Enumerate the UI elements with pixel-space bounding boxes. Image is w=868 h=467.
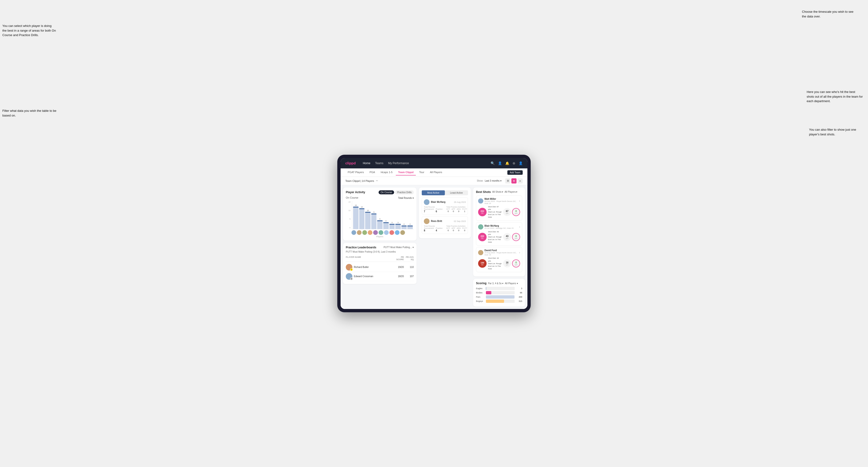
scoring-title: Scoring <box>476 282 487 285</box>
annotation-top-left: You can select which player is doing the… <box>2 24 57 37</box>
nav-link-performance[interactable]: My Performance <box>388 161 409 165</box>
birdies-val: 96 <box>516 291 522 294</box>
team-header: Team Clippd | 14 Players ✏ Show: Last 3 … <box>341 177 527 185</box>
shot-card-header-1: Matt Miller 09 Jun 2023 · Royal North De… <box>478 198 520 205</box>
shot-metric-dist-val-1: 67 <box>506 210 508 213</box>
edit-team-icon[interactable]: ✏ <box>376 179 378 182</box>
shot-player-info-2: Blair McHarg 23 Jul 2023 · Aldridge GC, … <box>485 224 514 229</box>
total-rounds-select[interactable]: Total Rounds ▾ <box>398 197 414 199</box>
filter-view-icon[interactable]: ≡ <box>518 178 523 184</box>
bell-icon[interactable]: 🔔 <box>505 161 509 165</box>
active-player-card-2[interactable]: Rees Britt 02 Sep 2023 Total Rounds Tour… <box>422 216 468 234</box>
lb-avatar-1: 1 <box>346 264 352 271</box>
shot-sg-value-1: 200 <box>480 210 484 212</box>
main-content: Player Activity On Course Practice Drill… <box>341 185 527 309</box>
birdies-label: Birdies <box>476 291 485 294</box>
chevron-down-icon: ▾ <box>412 197 414 199</box>
player-avatar-5 <box>379 230 383 235</box>
leaderboard-row-1[interactable]: 1 Richard Butler 19/20 110 <box>346 263 414 272</box>
search-icon[interactable]: 🔍 <box>491 161 495 165</box>
shot-card-header-3: David Ford 24 Aug 2023 · Royal North Dev… <box>478 249 520 256</box>
tab-hcaps[interactable]: Hcaps 1-5 <box>378 169 395 176</box>
shot-player-name-3: David Ford <box>485 249 518 252</box>
arg-label-2: ARG <box>457 227 461 229</box>
player-avatars-row <box>346 230 414 235</box>
heart-view-icon[interactable]: ♥ <box>512 178 517 184</box>
profile-icon[interactable]: 👤 <box>519 161 523 165</box>
eagles-label: Eagles <box>476 287 485 290</box>
plus-circle-icon[interactable]: ⊕ <box>513 161 516 165</box>
shot-avatar-3 <box>478 250 483 255</box>
tab-tour[interactable]: Tour <box>417 169 427 176</box>
all-shots-dropdown[interactable]: All Shots ▾ <box>492 191 503 193</box>
bar-7 <box>395 224 401 229</box>
active-player-stats-1: Total Rounds Tournament 7 Practice 6 <box>424 206 466 213</box>
lb-name-1: Richard Butler <box>354 266 394 269</box>
bars-area: 1312109543322 <box>352 201 414 229</box>
active-player-avatar-1 <box>424 199 430 205</box>
bogeys-val: 315 <box>516 300 522 302</box>
tab-most-active[interactable]: Most Active <box>422 190 445 195</box>
player-avatar-6 <box>384 230 389 235</box>
total-rounds-group-2: Total Rounds Tournament 8 Practice 4 <box>424 225 442 232</box>
shot-metrics-3: 16 yds 0 yds <box>503 259 520 268</box>
shot-card-3[interactable]: David Ford 24 Aug 2023 · Royal North Dev… <box>476 247 522 272</box>
leaderboard-dropdown[interactable]: PUTT Must Make Putting... ▾ <box>383 246 414 249</box>
shot-player-name-2: Blair McHarg <box>485 224 514 227</box>
shot-avatar-1 <box>478 198 483 204</box>
tab-least-active[interactable]: Least Active <box>445 190 468 195</box>
bar-5 <box>383 222 389 229</box>
active-player-name-2: Rees Britt <box>431 220 453 222</box>
lb-name-2: Edward Crossman <box>354 275 394 278</box>
shot-card-1[interactable]: Matt Miller 09 Jun 2023 · Royal North De… <box>476 195 522 221</box>
shot-sg-label-2: SG <box>481 237 484 239</box>
shot-metric-dist-1: 67 yds <box>503 208 511 216</box>
players-x-label: Players <box>346 236 414 238</box>
pars-val: 499 <box>516 296 522 298</box>
scoring-bars: Eagles 3 Birdies 96 <box>476 287 522 303</box>
leaderboard-subtitle: PUTT Must Make Putting (3-6 ft), Last 3 … <box>346 250 414 253</box>
practice-drills-tab[interactable]: Practice Drills <box>395 190 414 194</box>
shot-sg-value-2: 200 <box>480 235 484 237</box>
tab-pgat-players[interactable]: PGAT Players <box>345 169 366 176</box>
time-select-dropdown[interactable]: Last 3 months ▾ <box>485 180 501 182</box>
users-icon[interactable]: 👤 <box>498 161 502 165</box>
nav-link-home[interactable]: Home <box>363 161 370 165</box>
shot-details-3: 198 SG Shot Dist: 16 ydsStart Lie: Rough… <box>478 257 520 270</box>
scoring-dropdown-2[interactable]: All Players ▾ <box>505 282 518 285</box>
bar-group-2: 10 <box>365 210 371 229</box>
bar-group-3: 9 <box>371 211 377 229</box>
pars-label: Pars <box>476 296 485 298</box>
practice-leaderboards-title: Practice Leaderboards <box>346 246 376 249</box>
birdies-bar <box>486 291 491 294</box>
leaderboard-row-2[interactable]: 2 Edward Crossman 18/20 107 <box>346 272 414 281</box>
tab-pga[interactable]: PGA <box>367 169 377 176</box>
bar-group-7: 3 <box>395 222 401 229</box>
rank-badge-2: 2 <box>350 277 353 280</box>
on-course-tab[interactable]: On Course <box>379 190 394 194</box>
active-player-card-1[interactable]: Blair McHarg 26 Aug 2023 Total Rounds To… <box>422 197 468 215</box>
tab-team-clippd[interactable]: Team Clippd <box>396 169 416 176</box>
scoring-dropdown-1[interactable]: Par 3, 4 & 5s ▾ <box>488 282 503 285</box>
tab-all-players[interactable]: All Players <box>428 169 445 176</box>
chevron-down-icon: ▾ <box>502 282 503 285</box>
shot-metrics-1: 67 yds 0 yds <box>503 208 520 216</box>
shot-info-2: Shot Dist: 43 ydsStart Lie: RoughEnd Lie… <box>488 230 502 244</box>
shot-metric-dist-unit-1: yds <box>506 213 508 214</box>
bar-value-0: 13 <box>355 205 356 206</box>
active-player-date-1: 26 Aug 2023 <box>454 201 466 203</box>
add-team-button[interactable]: Add Team <box>507 170 523 175</box>
grid-view-icon[interactable]: ⊞ <box>505 178 510 184</box>
middle-panel: Most Active Least Active Blair McHarg 26… <box>419 187 471 307</box>
arg-label-1: ARG <box>457 208 461 210</box>
shot-badge-3: 198 SG <box>478 259 487 268</box>
all-players-dropdown[interactable]: All Players ▾ <box>504 191 517 193</box>
active-player-stats-2: Total Rounds Tournament 8 Practice 4 <box>424 225 466 232</box>
leaderboard-header-row: PLAYER NAME PB SCORE PB AVG SQ <box>346 255 414 262</box>
tournament-val-1: 7 <box>424 210 434 213</box>
player-avatar-2 <box>362 230 367 235</box>
rank-badge-1: 1 <box>350 268 353 271</box>
nav-link-teams[interactable]: Teams <box>375 161 383 165</box>
shot-card-2[interactable]: Blair McHarg 23 Jul 2023 · Aldridge GC, … <box>476 222 522 246</box>
show-text: Show: <box>477 180 483 182</box>
